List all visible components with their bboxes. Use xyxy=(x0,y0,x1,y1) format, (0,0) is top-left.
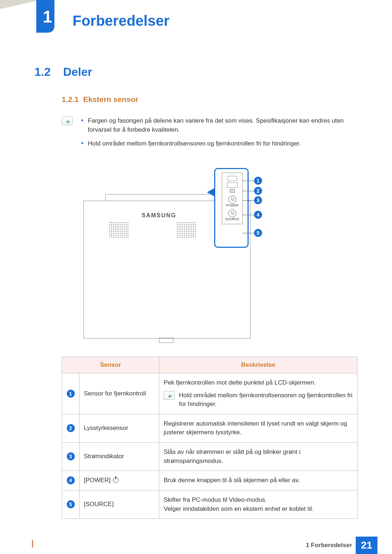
table-row: 4 [POWER] Bruk denne knappen til å slå s… xyxy=(62,471,358,491)
subsection-title: Ekstern sensor xyxy=(83,95,138,103)
sensor-name: [SOURCE] xyxy=(79,491,159,519)
sensor-name: [POWER] xyxy=(79,471,159,491)
section-heading: 1.2 Deler xyxy=(34,65,358,79)
chapter-number-badge: 1 xyxy=(36,0,65,36)
page-corner-decoration xyxy=(0,0,40,9)
sensor-note: Hold området mellom fjernkontrollsensore… xyxy=(179,391,353,409)
power-label: POWER xyxy=(226,204,238,207)
sensor-description: Registrerer automatisk intensiteten til … xyxy=(159,414,358,442)
source-button-icon xyxy=(228,209,236,217)
callout-1: 1 xyxy=(254,177,262,185)
sensor-diagram: SAMSUNG POWER SOURCE 1 2 3 4 5 xyxy=(69,168,323,346)
subsection-heading: 1.2.1 Ekstern sensor xyxy=(62,95,358,104)
table-row: 1 Sensor for fjernkontroll Pek fjernkont… xyxy=(62,373,358,414)
table-header-sensor: Sensor xyxy=(62,357,159,373)
sensor-name: Sensor for fjernkontroll xyxy=(79,373,159,414)
row-number: 2 xyxy=(67,424,75,432)
row-number: 5 xyxy=(67,500,75,508)
callout-4: 4 xyxy=(254,211,262,219)
callout-5: 5 xyxy=(254,229,262,237)
sensor-name: Strømindikator xyxy=(79,443,159,471)
page-number: 21 xyxy=(356,537,377,554)
note-icon xyxy=(62,116,73,125)
sensor-table: Sensor Beskrivelse 1 Sensor for fjernkon… xyxy=(62,357,358,519)
page-footer: 1 Forberedelser 21 xyxy=(0,536,392,554)
power-icon xyxy=(113,477,119,483)
note-icon xyxy=(164,391,175,400)
section-title: Deler xyxy=(63,65,92,79)
row-number: 3 xyxy=(67,452,75,460)
note-item: Fargen og fasongen på delene kan variere… xyxy=(81,116,358,134)
table-row: 3 Strømindikator Slås av når strømmen er… xyxy=(62,443,358,471)
callout-2: 2 xyxy=(254,187,262,195)
power-button-icon xyxy=(228,196,236,204)
sensor-description: Skifter fra PC-modus til Video-modus. Ve… xyxy=(159,491,358,519)
monitor-logo: SAMSUNG xyxy=(142,212,176,219)
sensor-closeup: POWER SOURCE xyxy=(214,168,249,248)
speaker-grille-icon xyxy=(176,222,196,238)
section-number: 1.2 xyxy=(34,65,50,79)
note-item: Hold området mellom fjernkontrollsensore… xyxy=(81,139,358,148)
callout-3: 3 xyxy=(254,196,262,204)
table-header-description: Beskrivelse xyxy=(159,357,358,373)
table-row: 2 Lysstyrkesensor Registrerer automatisk… xyxy=(62,414,358,442)
subsection-number: 1.2.1 xyxy=(62,95,79,103)
row-number: 4 xyxy=(67,476,75,484)
row-number: 1 xyxy=(67,390,75,398)
sensor-description: Pek fjernkontrollen mot dette punktet på… xyxy=(164,378,353,387)
footer-chapter-label: 1 Forberedelser xyxy=(306,542,352,549)
table-row: 5 [SOURCE] Skifter fra PC-modus til Vide… xyxy=(62,491,358,519)
source-label: SOURCE xyxy=(225,217,240,221)
note-block: Fargen og fasongen på delene kan variere… xyxy=(62,116,358,153)
speaker-grille-icon xyxy=(109,222,129,238)
sensor-description: Slås av når strømmen er slått på og blin… xyxy=(159,443,358,471)
chapter-title: Forberedelser xyxy=(73,13,170,29)
sensor-name: Lysstyrkesensor xyxy=(79,414,159,442)
sensor-description: Bruk denne knappen til å slå skjermen på… xyxy=(159,471,358,491)
chapter-number: 1 xyxy=(43,7,52,26)
